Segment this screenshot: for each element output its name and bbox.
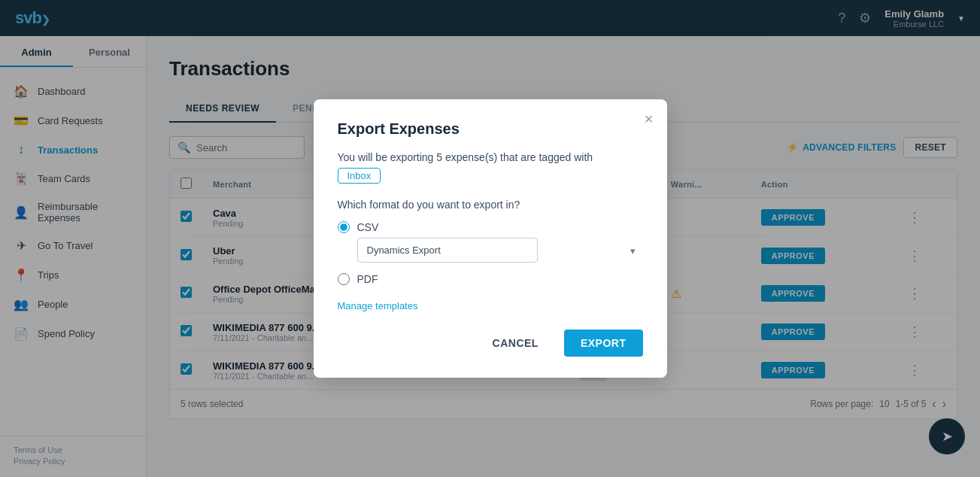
modal-overlay: × Export Expenses You will be exporting … [0, 0, 980, 477]
inbox-tag: Inbox [338, 168, 381, 184]
csv-radio[interactable] [338, 221, 350, 233]
pdf-radio[interactable] [338, 273, 350, 285]
export-modal: × Export Expenses You will be exporting … [314, 99, 667, 378]
modal-description: You will be exporting 5 expense(s) that … [338, 151, 643, 163]
pdf-radio-row: PDF [338, 273, 643, 285]
template-select-wrap: Dynamics Export ▾ [357, 238, 643, 263]
template-select[interactable]: Dynamics Export [357, 238, 538, 263]
modal-title: Export Expenses [338, 120, 643, 138]
pdf-label[interactable]: PDF [357, 273, 378, 285]
export-button[interactable]: EXPORT [564, 330, 643, 357]
select-chevron-icon: ▾ [630, 245, 636, 256]
csv-radio-row: CSV [338, 221, 643, 233]
manage-templates-link[interactable]: Manage templates [338, 300, 418, 311]
csv-label[interactable]: CSV [357, 221, 379, 233]
format-radio-group: CSV Dynamics Export ▾ PDF [338, 221, 643, 285]
modal-actions: CANCEL EXPORT [338, 330, 643, 357]
modal-close-button[interactable]: × [645, 111, 654, 126]
cancel-button[interactable]: CANCEL [476, 330, 555, 357]
format-question: Which format do you want to export in? [338, 199, 643, 211]
